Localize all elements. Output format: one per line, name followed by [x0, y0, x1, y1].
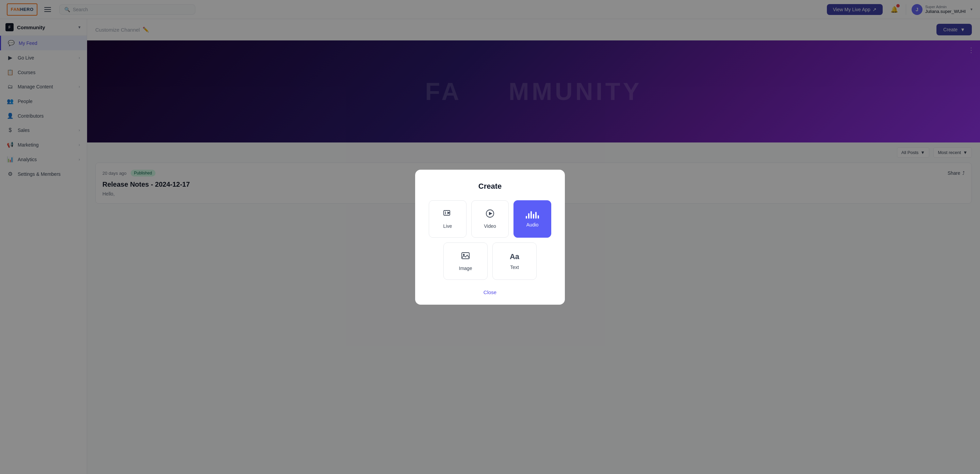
svg-rect-5	[462, 253, 469, 259]
modal-item-video[interactable]: Video	[471, 200, 509, 238]
modal-options-top: Live Video	[429, 200, 551, 238]
modal-close-button[interactable]: Close	[429, 289, 551, 295]
audio-icon	[526, 211, 539, 219]
text-icon: Aa	[510, 252, 519, 261]
modal-item-audio[interactable]: Audio	[514, 200, 551, 238]
modal-item-label: Text	[510, 265, 519, 270]
modal-overlay[interactable]: Create Live	[0, 0, 980, 474]
modal-item-text[interactable]: Aa Text	[492, 243, 537, 280]
create-modal: Create Live	[415, 170, 565, 305]
video-icon	[485, 209, 495, 220]
modal-options-bottom: Image Aa Text	[429, 243, 551, 280]
modal-item-live[interactable]: Live	[429, 200, 466, 238]
svg-marker-4	[489, 212, 492, 215]
live-icon	[443, 209, 452, 220]
modal-title: Create	[429, 182, 551, 191]
modal-item-label: Live	[443, 224, 452, 229]
close-label: Close	[484, 289, 496, 295]
modal-item-label: Audio	[527, 222, 539, 227]
svg-point-6	[463, 254, 465, 255]
modal-item-label: Image	[459, 266, 472, 271]
modal-item-label: Video	[484, 224, 496, 229]
image-icon	[461, 251, 470, 262]
modal-item-image[interactable]: Image	[443, 243, 488, 280]
